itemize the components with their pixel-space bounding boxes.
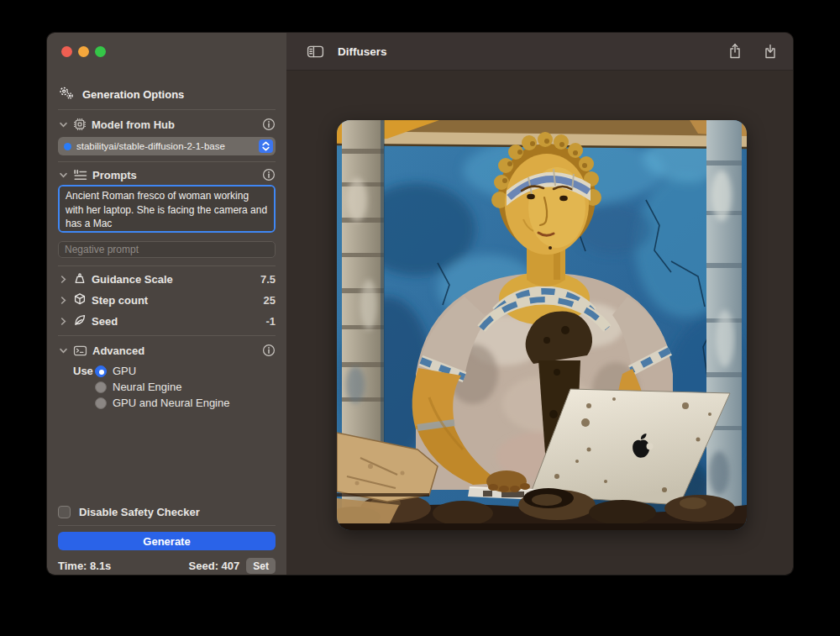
close-button[interactable] bbox=[61, 46, 72, 57]
generated-image bbox=[337, 120, 747, 530]
select-chevrons-icon[interactable] bbox=[259, 139, 273, 153]
leaf-icon bbox=[73, 313, 87, 329]
prompts-section-label: Prompts bbox=[92, 169, 137, 181]
window-title: Diffusers bbox=[338, 45, 387, 58]
compute-unit-option-gpu-and-neural-engine[interactable]: GPU and Neural Engine bbox=[95, 397, 276, 409]
param-step-count: Step count 25 bbox=[58, 294, 276, 307]
advanced-section-label: Advanced bbox=[92, 344, 144, 357]
chevron-right-icon[interactable] bbox=[58, 275, 68, 284]
radio-label: Neural Engine bbox=[113, 381, 181, 393]
model-status-dot bbox=[64, 143, 71, 150]
terminal-icon bbox=[73, 344, 87, 357]
generate-button[interactable]: Generate bbox=[58, 532, 276, 550]
prompts-section-header: Prompts bbox=[58, 168, 276, 181]
cube-stack-icon bbox=[73, 292, 87, 308]
zoom-button[interactable] bbox=[95, 46, 106, 57]
titlebar: Diffusers bbox=[286, 33, 793, 71]
divider bbox=[58, 161, 276, 162]
sidebar-header: Generation Options bbox=[58, 86, 276, 102]
info-icon[interactable] bbox=[262, 118, 276, 131]
param-value: 7.5 bbox=[260, 273, 276, 286]
param-guidance-scale: Guidance Scale 7.5 bbox=[58, 273, 276, 286]
radio-gpu[interactable] bbox=[95, 365, 107, 377]
generation-options-sidebar: Generation Options Model from Hub stabil… bbox=[47, 33, 286, 575]
prompt-input[interactable]: Ancient Roman fresco of woman working wi… bbox=[58, 185, 276, 233]
radio-gpu-and-neural-engine[interactable] bbox=[95, 397, 107, 409]
chevron-right-icon[interactable] bbox=[58, 296, 68, 305]
chevron-down-icon[interactable] bbox=[58, 171, 68, 180]
radio-neural-engine[interactable] bbox=[95, 381, 107, 393]
screenshot-stage: Generation Options Model from Hub stabil… bbox=[0, 0, 840, 636]
info-icon[interactable] bbox=[262, 168, 276, 181]
divider bbox=[58, 525, 276, 526]
chevron-right-icon[interactable] bbox=[58, 317, 68, 326]
traffic-lights bbox=[61, 46, 106, 57]
safety-checkbox[interactable] bbox=[58, 506, 71, 518]
gears-icon bbox=[58, 86, 75, 102]
compute-unit-option-neural-engine[interactable]: Neural Engine bbox=[95, 381, 276, 393]
info-icon[interactable] bbox=[262, 344, 276, 357]
divider bbox=[58, 265, 276, 266]
seed-status: Seed: 407 bbox=[189, 560, 240, 572]
model-section-label: Model from Hub bbox=[92, 118, 175, 131]
compute-unit-option-gpu[interactable]: Use GPU bbox=[58, 365, 276, 377]
cpu-chip-icon bbox=[73, 118, 87, 131]
main-panel: Diffusers bbox=[286, 33, 793, 575]
advanced-section-header: Advanced bbox=[58, 344, 276, 357]
save-image-icon[interactable] bbox=[764, 43, 777, 60]
status-bar: Time: 8.1s Seed: 407 Set bbox=[58, 558, 276, 574]
model-select[interactable]: stabilityai/stable-diffusion-2-1-base bbox=[58, 137, 276, 155]
radio-label: GPU and Neural Engine bbox=[113, 397, 229, 409]
safety-label: Disable Safety Checker bbox=[79, 506, 200, 518]
text-quote-icon bbox=[73, 169, 87, 181]
param-value: -1 bbox=[265, 315, 276, 328]
set-seed-button[interactable]: Set bbox=[246, 558, 276, 574]
chevron-down-icon[interactable] bbox=[58, 120, 68, 129]
chevron-down-icon[interactable] bbox=[58, 346, 68, 355]
model-section-header: Model from Hub bbox=[58, 118, 276, 131]
diffusers-window: Generation Options Model from Hub stabil… bbox=[46, 32, 794, 576]
share-icon[interactable] bbox=[728, 43, 742, 60]
sidebar-toggle-icon[interactable] bbox=[307, 45, 324, 59]
param-label: Step count bbox=[92, 294, 148, 307]
minimize-button[interactable] bbox=[78, 46, 89, 57]
fresco-illustration bbox=[337, 120, 747, 530]
divider bbox=[58, 335, 276, 336]
param-label: Guidance Scale bbox=[92, 273, 173, 286]
model-select-value: stabilityai/stable-diffusion-2-1-base bbox=[76, 141, 255, 151]
sidebar-title: Generation Options bbox=[82, 88, 184, 101]
param-value: 25 bbox=[264, 294, 276, 307]
radio-label: GPU bbox=[113, 365, 136, 377]
divider bbox=[58, 109, 276, 110]
time-status: Time: 8.1s bbox=[58, 560, 111, 572]
param-seed: Seed -1 bbox=[58, 315, 276, 328]
scale-weight-icon bbox=[73, 271, 87, 287]
use-label: Use bbox=[73, 365, 95, 377]
negative-prompt-input[interactable] bbox=[58, 241, 276, 258]
param-label: Seed bbox=[92, 315, 118, 328]
disable-safety-checker-row[interactable]: Disable Safety Checker bbox=[58, 506, 276, 518]
